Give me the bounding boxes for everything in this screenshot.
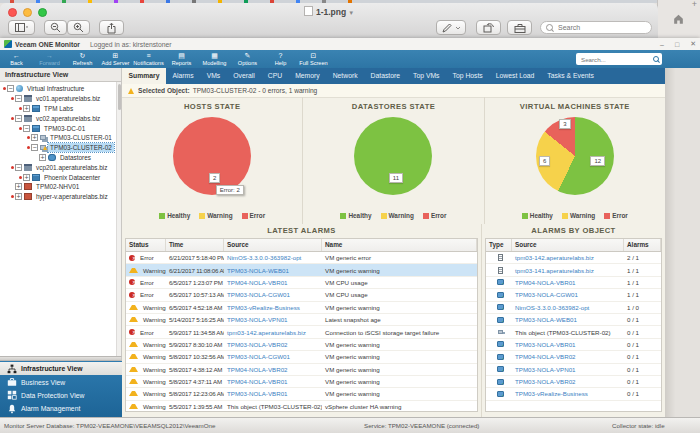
object-alarm-row[interactable]: This object (TPM03-CLUSTER-02)0 / 1 (486, 326, 661, 338)
sidebar-item-alarm-management[interactable]: Alarm Management (0, 402, 122, 415)
tree-expander-icon[interactable]: − (15, 115, 22, 122)
tree-expander-icon[interactable]: − (23, 125, 30, 132)
alarm-row[interactable]: ✕Error6/5/2017 10:57:13 AMTPM03-NOLA-CGW… (126, 289, 477, 301)
tree-expander-icon[interactable]: − (7, 85, 14, 92)
title-chevron-icon[interactable]: ▼ (348, 10, 354, 16)
tree-item-tpm03-cluster-02[interactable]: −TPM03-CLUSTER-02 (0, 143, 121, 153)
object-alarm-row[interactable]: NimOS-3.3.0.0-363982-opt1 / 0 (486, 302, 661, 314)
sidebar-item-business-view[interactable]: Business View (0, 375, 122, 388)
tree-item-datastores[interactable]: +Datastores (0, 153, 121, 163)
object-alarm-row[interactable]: TPM03-vRealize-Business0 / 1 (486, 388, 661, 400)
tree-expander-icon[interactable]: + (15, 193, 22, 200)
alarm-source-link[interactable]: TPM03-NOLA-VBR01 (224, 390, 322, 397)
alarm-source-link[interactable]: TPM03-NOLA-WEB01 (224, 267, 322, 274)
tree-expander-icon[interactable]: + (23, 174, 30, 181)
alarm-row[interactable]: Warning6/5/2017 4:52:18 AMTPM03-vRealize… (126, 302, 477, 314)
column-header-name[interactable]: Name (322, 239, 477, 251)
alarm-source-link[interactable]: tpm03-142.aperaturelabs.biz (224, 329, 322, 336)
refresh-button[interactable]: ↻Refresh (66, 50, 99, 68)
object-source-link[interactable]: TPM03-NOLA-CGW01 (512, 291, 624, 298)
alarm-source-link[interactable]: TPM03-NOLA-VBR02 (224, 341, 322, 348)
tree-item-vcp201-aperaturelabs-biz[interactable]: −vcp201.aperaturelabs.biz (0, 162, 121, 172)
reports-button[interactable]: ▤Reports (165, 50, 198, 68)
notifications-button[interactable]: ≡Notifications (132, 50, 165, 68)
object-source-link[interactable]: TPM04-NOLA-VBR02 (512, 353, 624, 360)
pie-chart[interactable]: 1263 (536, 117, 614, 195)
object-alarm-row[interactable]: tpm03-141.aperaturelabs.biz1 / 1 (486, 264, 661, 276)
object-alarm-row[interactable]: tpm03-142.aperaturelabs.biz2 / 1 (486, 252, 661, 264)
zoom-out-button[interactable] (44, 20, 67, 35)
object-source-link[interactable]: TPM03-NOLA-VBR02 (512, 378, 624, 385)
object-alarm-row[interactable]: TPM03-NOLA-VPN010 / 1 (486, 364, 661, 376)
tree-item-phoenix-datacenter[interactable]: +Phoenix Datacenter (0, 172, 121, 182)
alarm-row[interactable]: Warning5/9/2017 8:30:10 AMTPM03-NOLA-VBR… (126, 339, 477, 351)
tree-expander-icon[interactable]: + (15, 183, 22, 190)
object-alarm-row[interactable]: TPM03-NOLA-WEB010 / 1 (486, 314, 661, 326)
tree-expander-icon[interactable]: − (15, 164, 22, 171)
column-header-source[interactable]: Source (224, 239, 322, 251)
alarm-source-link[interactable]: TPM04-NOLA-VBR01 (224, 279, 322, 286)
tab-summary[interactable]: Summary (122, 68, 166, 84)
object-source-link[interactable]: tpm03-141.aperaturelabs.biz (512, 267, 624, 274)
alarm-row[interactable]: Warning5/14/2017 5:16:25 AMTPM03-NOLA-VP… (126, 314, 477, 326)
object-source-link[interactable]: tpm03-142.aperaturelabs.biz (512, 254, 624, 261)
tab-tasks-events[interactable]: Tasks & Events (541, 68, 600, 84)
tab-alarms[interactable]: Alarms (166, 68, 200, 84)
tree-item-tpm-labs[interactable]: +TPM Labs (0, 104, 121, 114)
column-header-alarms[interactable]: Alarms (624, 239, 661, 251)
tab-top-vms[interactable]: Top VMs (407, 68, 446, 84)
tree-item-hyper-v-aperaturelabs-biz[interactable]: +hyper-v.aperaturelabs.biz (0, 192, 121, 202)
minimize-button[interactable]: – (660, 41, 664, 48)
alarm-row[interactable]: Warning5/8/2017 10:32:56 AMTPM03-NOLA-CG… (126, 351, 477, 363)
object-alarm-row[interactable]: TPM03-NOLA-VBR010 / 1 (486, 339, 661, 351)
column-header-source[interactable]: Source (512, 239, 624, 251)
back-button[interactable]: ←Back (0, 50, 33, 68)
tree-scrollbar[interactable] (116, 82, 121, 356)
column-header-type[interactable]: Type (486, 239, 512, 251)
alarm-row[interactable]: ✕Error6/5/2017 1:23:07 PMTPM04-NOLA-VBR0… (126, 277, 477, 289)
alarm-source-link[interactable]: TPM04-NOLA-VBR02 (224, 366, 322, 373)
object-alarm-row[interactable]: TPM03-NOLA-CGW011 / 1 (486, 289, 661, 301)
view-sidebar-button[interactable] (8, 20, 35, 35)
alarm-source-link[interactable]: TPM03-NOLA-CGW01 (224, 291, 322, 298)
veeam-search-box[interactable] (576, 53, 662, 65)
alarm-source-link[interactable]: TPM03-vRealize-Business (224, 304, 322, 311)
tree-item-vc01-aperaturelabs-biz[interactable]: −vc01.aperaturelabs.biz (0, 94, 121, 104)
tab-lowest-load[interactable]: Lowest Load (489, 68, 541, 84)
tab-network[interactable]: Network (326, 68, 364, 84)
forward-button[interactable]: →Forward (33, 50, 66, 68)
object-alarm-row[interactable]: TPM04-NOLA-VBR020 / 1 (486, 351, 661, 363)
tree-expander-icon[interactable]: − (31, 144, 38, 151)
sidebar-item-data-protection-view[interactable]: Data Protection View (0, 389, 122, 402)
sidebar-item-infrastructure-view[interactable]: Infrastructure View (0, 362, 122, 375)
column-header-status[interactable]: Status (126, 239, 166, 251)
tree-item-tpm03-dc-01[interactable]: −TPM03-DC-01 (0, 123, 121, 133)
column-header-time[interactable]: Time (166, 239, 224, 251)
tree-expander-icon[interactable]: + (31, 134, 38, 141)
tree-expander-icon[interactable]: + (23, 105, 30, 112)
maximize-button[interactable]: □ (675, 41, 679, 48)
alarm-source-link[interactable]: TPM04-NOLA-VBR01 (224, 378, 322, 385)
object-source-link[interactable]: NimOS-3.3.0.0-363982-opt (512, 304, 624, 311)
markup-pen-button[interactable] (436, 20, 466, 35)
rotate-button[interactable] (476, 20, 501, 35)
search-input[interactable] (556, 23, 646, 32)
tree-item-tpm02-nhv01[interactable]: +TPM02-NHV01 (0, 182, 121, 192)
alarm-source-link[interactable]: NimOS-3.3.0.0-363982-opt (224, 254, 322, 261)
options-button[interactable]: ✎Options (231, 50, 264, 68)
tab-vms[interactable]: VMs (200, 68, 227, 84)
preview-search-field[interactable] (540, 21, 652, 34)
alarm-source-link[interactable]: TPM03-NOLA-VPN01 (224, 316, 322, 323)
object-alarm-row[interactable]: TPM03-NOLA-VBR020 / 1 (486, 376, 661, 388)
tab-datastore[interactable]: Datastore (364, 68, 406, 84)
help-button[interactable]: ?Help (264, 50, 297, 68)
tree-item-tpm03-cluster-01[interactable]: +TPM03-CLUSTER-01 (0, 133, 121, 143)
object-alarm-row[interactable]: TPM04-NOLA-VBR011 / 1 (486, 277, 661, 289)
tree-scrollbar-thumb[interactable] (118, 84, 122, 110)
tab-top-hosts[interactable]: Top Hosts (446, 68, 489, 84)
new-tab-plus-icon[interactable]: + (692, 0, 697, 9)
toolbox-button[interactable] (507, 20, 532, 35)
alarm-row[interactable]: ✕Error5/9/2017 11:34:58 AMtpm03-142.aper… (126, 326, 477, 338)
home-icon[interactable] (672, 12, 685, 30)
object-source-link[interactable]: TPM03-NOLA-VBR01 (512, 341, 624, 348)
